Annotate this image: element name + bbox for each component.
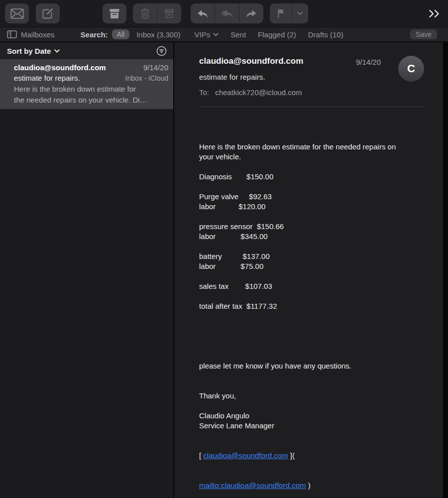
mailboxes-label: Mailboxes <box>21 30 55 39</box>
toolbar <box>0 0 448 27</box>
mailboxes-button[interactable]: Mailboxes <box>7 30 55 39</box>
search-label: Search: <box>81 30 108 39</box>
mailto-link[interactable]: mailto:claudioa@soundford.com <box>199 481 306 490</box>
double-chevron-right-icon <box>429 9 440 18</box>
message-subject: estimate for repairs. <box>14 74 80 82</box>
filter-bar: Mailboxes Search: All Inbox (3,300) VIPs… <box>0 27 448 42</box>
message-list-pane: Sort by Date <box>0 42 173 498</box>
flag-icon <box>276 8 285 19</box>
filter-messages-button[interactable] <box>156 46 167 56</box>
paren-close: ) <box>306 481 311 490</box>
message-body: Here is the broken down estimate for the… <box>199 122 434 498</box>
forward-button[interactable] <box>239 3 263 23</box>
detail-date: 9/14/20 <box>356 58 381 66</box>
envelope-icon <box>10 8 24 19</box>
detail-sender: claudioa@soundford.com <box>199 56 303 66</box>
filter-icon <box>156 46 167 56</box>
forward-icon <box>245 8 258 19</box>
junk-button[interactable] <box>157 3 181 23</box>
message-preview-line2: the needed repairs on your vehicle. Di… <box>14 95 168 106</box>
header-divider <box>199 107 424 107</box>
bracket-close: ]( <box>288 451 295 460</box>
message-preview: Here is the broken down estimate for the… <box>14 84 168 106</box>
favorite-drafts[interactable]: Drafts (10) <box>308 30 343 39</box>
chevron-down-icon <box>213 33 219 36</box>
detail-subject: estimate for repairs. <box>199 73 265 81</box>
email-link[interactable]: claudioa@soundford.com <box>203 451 288 460</box>
flag-button[interactable] <box>270 3 292 23</box>
favorite-vips[interactable]: VIPs <box>195 30 219 39</box>
toolbar-overflow-button[interactable] <box>427 6 441 20</box>
reply-all-button[interactable] <box>215 3 239 23</box>
reply-group <box>191 3 263 23</box>
detail-to-line: To: cheatkick720@icloud.com <box>199 88 302 97</box>
avatar: C <box>398 56 424 82</box>
mail-window: Mailboxes Search: All Inbox (3,300) VIPs… <box>0 0 448 498</box>
archive-icon <box>109 8 120 19</box>
sort-by-date-button[interactable]: Sort by Date <box>7 47 60 55</box>
compose-button[interactable] <box>36 3 60 23</box>
flag-menu-button[interactable] <box>292 3 308 23</box>
message-sender: claudioa@soundford.com <box>14 63 106 72</box>
message-date: 9/14/20 <box>143 63 168 72</box>
reply-button[interactable] <box>191 3 215 23</box>
favorite-inbox[interactable]: Inbox (3,300) <box>136 30 180 39</box>
reply-all-icon <box>221 8 233 19</box>
compose-icon <box>42 7 54 19</box>
message-mailbox-badge: Inbox - iCloud <box>125 74 168 82</box>
search-scope-all-button[interactable]: All <box>112 29 130 39</box>
signature-link-line2: mailto:claudioa@soundford.com ) <box>199 481 434 491</box>
message-preview-line1: Here is the broken down estimate for <box>14 84 168 95</box>
to-label: To: <box>199 88 209 97</box>
chevron-down-icon <box>297 11 303 15</box>
message-list-header: Sort by Date <box>0 42 173 59</box>
archive-button[interactable] <box>103 3 126 23</box>
message-row-top: claudioa@soundford.com 9/14/20 <box>14 63 168 72</box>
junk-icon <box>164 8 175 19</box>
message-list-item[interactable]: claudioa@soundford.com 9/14/20 estimate … <box>0 59 173 109</box>
vips-label: VIPs <box>195 30 211 39</box>
trash-icon <box>140 7 150 19</box>
delete-button[interactable] <box>133 3 157 23</box>
favorite-flagged[interactable]: Flagged (2) <box>258 30 296 39</box>
save-button[interactable]: Save <box>410 29 437 39</box>
to-address: cheatkick720@icloud.com <box>215 88 302 97</box>
message-detail-pane: claudioa@soundford.com 9/14/20 C estimat… <box>174 42 443 498</box>
right-edge-strip <box>443 42 448 498</box>
chevron-down-icon <box>54 49 60 53</box>
sort-by-date-label: Sort by Date <box>7 47 51 55</box>
reply-icon <box>196 8 209 19</box>
delete-junk-group <box>133 3 181 23</box>
sidebar-toggle-icon <box>7 30 17 38</box>
message-body-text: Here is the broken down estimate for the… <box>199 142 434 431</box>
message-row-subject: estimate for repairs. Inbox - iCloud <box>14 74 168 82</box>
signature-link-line1: [ claudioa@soundford.com ]( <box>199 451 434 461</box>
get-mail-button[interactable] <box>5 3 29 23</box>
content-area: Sort by Date <box>0 42 448 498</box>
flag-group <box>270 3 308 23</box>
favorite-sent[interactable]: Sent <box>230 30 246 39</box>
